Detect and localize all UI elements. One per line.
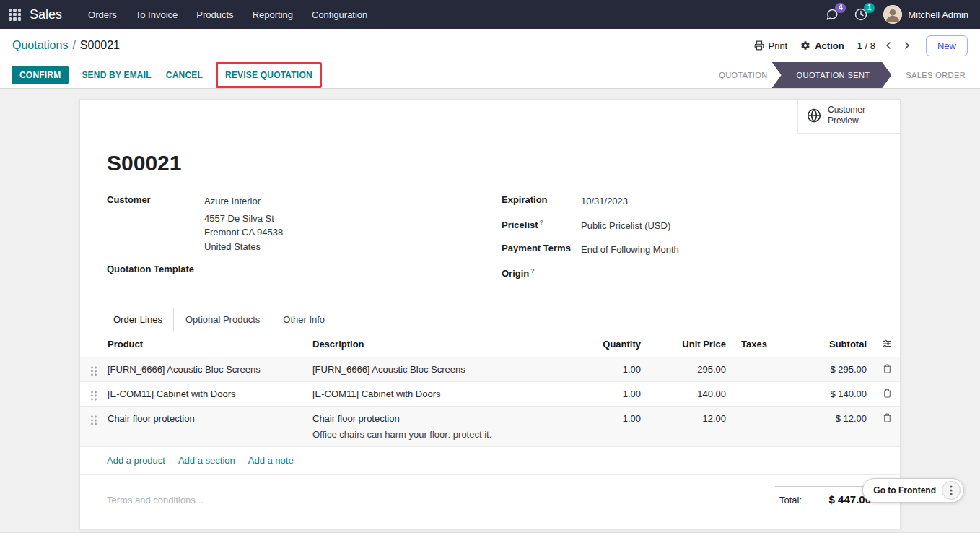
cell-subtotal: $ 295.00 xyxy=(800,357,872,381)
statusbar-buttons: CONFIRM SEND BY EMAIL CANCEL REVISE QUOT… xyxy=(12,62,704,88)
drag-handle-icon[interactable] xyxy=(80,407,108,446)
cell-taxes[interactable] xyxy=(732,407,800,446)
revise-quotation-button[interactable]: REVISE QUOTATION xyxy=(224,66,314,84)
new-button[interactable]: New xyxy=(926,35,968,56)
menu-products[interactable]: Products xyxy=(188,5,242,25)
add-product-link[interactable]: Add a product xyxy=(107,455,165,466)
table-row[interactable]: [E-COM11] Cabinet with Doors [E-COM11] C… xyxy=(80,382,900,407)
customer-field[interactable]: Azure Interior 4557 De Silva St Fremont … xyxy=(204,194,283,253)
menu-configuration[interactable]: Configuration xyxy=(303,5,376,25)
field-groups: Customer Azure Interior 4557 De Silva St… xyxy=(107,194,873,289)
order-lines-table: Product Description Quantity Unit Price … xyxy=(80,331,900,447)
customer-address-line1: 4557 De Silva St xyxy=(204,212,283,226)
cell-unit-price[interactable]: 12.00 xyxy=(647,407,732,446)
cell-taxes[interactable] xyxy=(732,382,800,406)
col-unit-price[interactable]: Unit Price xyxy=(647,331,732,357)
user-name: Mitchell Admin xyxy=(908,9,968,20)
main-menu: Orders To Invoice Products Reporting Con… xyxy=(79,5,376,25)
delete-row-icon[interactable] xyxy=(872,407,901,446)
cell-quantity[interactable]: 1.00 xyxy=(560,357,647,381)
cell-description[interactable]: [E-COM11] Cabinet with Doors xyxy=(312,382,560,406)
tab-optional-products[interactable]: Optional Products xyxy=(174,308,271,331)
cancel-button[interactable]: CANCEL xyxy=(165,66,204,84)
confirm-button[interactable]: CONFIRM xyxy=(12,66,69,84)
cell-description[interactable]: [FURN_6666] Acoustic Bloc Screens xyxy=(312,357,560,381)
terms-and-conditions-input[interactable]: Terms and conditions... xyxy=(80,486,204,506)
statusbar-steps: QUOTATION QUOTATION SENT SALES ORDER xyxy=(704,62,980,88)
messages-button[interactable]: 4 xyxy=(826,8,839,21)
expiration-field[interactable]: 10/31/2023 xyxy=(581,194,628,209)
menu-orders[interactable]: Orders xyxy=(79,5,126,25)
cell-product[interactable]: [FURN_6666] Acoustic Bloc Screens xyxy=(108,357,312,381)
avatar xyxy=(883,5,902,24)
payment-terms-field[interactable]: End of Following Month xyxy=(581,243,679,257)
annotation-highlight-box: REVISE QUOTATION xyxy=(216,62,322,88)
customer-name[interactable]: Azure Interior xyxy=(204,194,283,209)
col-taxes[interactable]: Taxes xyxy=(732,331,800,357)
cell-quantity[interactable]: 1.00 xyxy=(560,407,647,446)
app-name[interactable]: Sales xyxy=(30,7,62,22)
pager-previous-icon[interactable] xyxy=(883,40,894,51)
step-sales-order[interactable]: SALES ORDER xyxy=(891,62,980,88)
pager-next-icon[interactable] xyxy=(901,40,913,51)
action-button[interactable]: Action xyxy=(800,40,844,51)
drag-handle-icon[interactable] xyxy=(80,357,108,381)
cell-unit-price[interactable]: 295.00 xyxy=(647,357,732,381)
quotation-template-label: Quotation Template xyxy=(107,264,204,274)
pricelist-label: Pricelist? xyxy=(502,219,581,233)
user-menu[interactable]: Mitchell Admin xyxy=(883,5,968,24)
step-quotation-sent[interactable]: QUOTATION SENT xyxy=(772,62,892,88)
cell-product[interactable]: [E-COM11] Cabinet with Doors xyxy=(108,382,312,406)
navbar-systray: 4 1 Mitchell Admin xyxy=(826,5,968,24)
customer-label: Customer xyxy=(107,194,204,253)
sheet-top-strip: Customer Preview xyxy=(80,100,900,134)
activities-button[interactable]: 1 xyxy=(854,8,867,21)
go-to-frontend-button[interactable]: Go to Frontend xyxy=(873,485,936,495)
cell-unit-price[interactable]: 140.00 xyxy=(647,382,732,406)
col-product[interactable]: Product xyxy=(108,331,312,357)
optional-columns-icon[interactable] xyxy=(872,331,901,357)
control-panel: Quotations / S00021 Print Action 1 / 8 N… xyxy=(0,29,980,62)
delete-row-icon[interactable] xyxy=(872,357,901,381)
field-group-right: Expiration 10/31/2023 Pricelist? Public … xyxy=(490,194,873,289)
step-quotation[interactable]: QUOTATION xyxy=(704,62,782,88)
pager-value: 1 / 8 xyxy=(857,40,875,51)
col-quantity[interactable]: Quantity xyxy=(560,331,647,357)
cell-subtotal: $ 140.00 xyxy=(800,382,872,406)
send-by-email-button[interactable]: SEND BY EMAIL xyxy=(80,66,152,84)
menu-to-invoice[interactable]: To Invoice xyxy=(127,5,187,25)
tab-other-info[interactable]: Other Info xyxy=(271,308,336,331)
quotation-title: S00021 xyxy=(107,151,873,175)
print-button[interactable]: Print xyxy=(754,40,788,51)
add-section-link[interactable]: Add a section xyxy=(178,455,235,466)
breadcrumb-current: S00021 xyxy=(80,39,120,52)
col-description[interactable]: Description xyxy=(312,331,560,357)
table-row[interactable]: Chair floor protection Chair floor prote… xyxy=(80,407,900,447)
customer-preview-button[interactable]: Customer Preview xyxy=(797,100,900,134)
pricelist-field[interactable]: Public Pricelist (USD) xyxy=(581,219,670,233)
col-subtotal[interactable]: Subtotal xyxy=(800,331,872,357)
kebab-menu-icon[interactable] xyxy=(942,481,961,500)
table-row[interactable]: [FURN_6666] Acoustic Bloc Screens [FURN_… xyxy=(80,357,900,382)
cell-description[interactable]: Chair floor protection Office chairs can… xyxy=(312,407,560,446)
cell-taxes[interactable] xyxy=(732,357,800,381)
breadcrumb-quotations[interactable]: Quotations xyxy=(12,39,68,52)
breadcrumb-separator: / xyxy=(72,39,75,52)
drag-handle-icon[interactable] xyxy=(80,382,108,406)
globe-icon xyxy=(807,108,821,123)
sheet-top-divider xyxy=(80,100,797,118)
tab-order-lines[interactable]: Order Lines xyxy=(102,308,174,331)
control-panel-actions: Print Action 1 / 8 New xyxy=(754,35,968,56)
menu-reporting[interactable]: Reporting xyxy=(244,5,302,25)
apps-menu-icon[interactable] xyxy=(9,9,21,21)
pricelist-help-icon: ? xyxy=(540,219,544,226)
list-add-links: Add a product Add a section Add a note xyxy=(80,447,900,475)
go-to-frontend-widget: Go to Frontend xyxy=(862,478,964,503)
add-note-link[interactable]: Add a note xyxy=(248,455,294,466)
total-label: Total: xyxy=(779,495,802,506)
delete-row-icon[interactable] xyxy=(872,382,901,406)
origin-help-icon: ? xyxy=(530,267,535,274)
customer-address-line3: United States xyxy=(204,240,283,254)
cell-quantity[interactable]: 1.00 xyxy=(560,382,647,406)
cell-product[interactable]: Chair floor protection xyxy=(108,407,312,446)
